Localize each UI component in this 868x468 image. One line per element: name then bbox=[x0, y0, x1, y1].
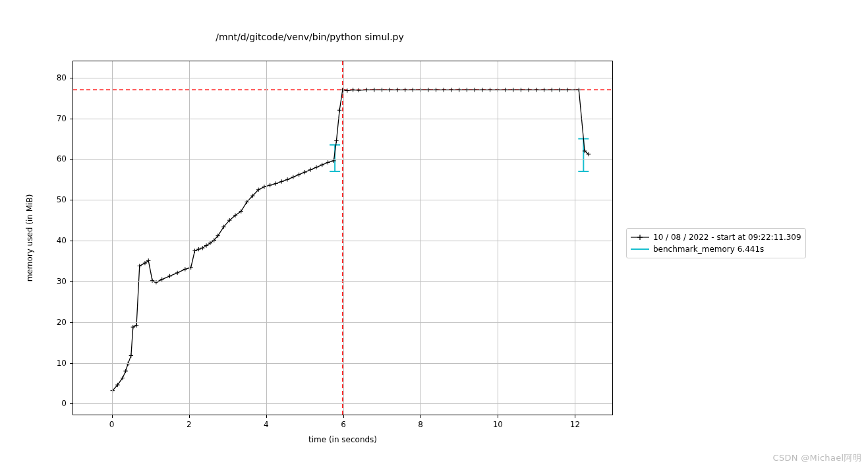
y-tick-label: 70 bbox=[57, 114, 67, 123]
grid-line-horizontal bbox=[73, 200, 612, 200]
x-tick-label: 10 bbox=[493, 420, 503, 429]
watermark: CSDN @Michael阿明 bbox=[773, 452, 862, 464]
series-marker bbox=[175, 271, 179, 275]
y-tick-label: 60 bbox=[57, 154, 67, 163]
y-tick-mark bbox=[70, 281, 73, 282]
grid-line-vertical bbox=[498, 61, 498, 415]
y-tick-label: 50 bbox=[57, 195, 67, 204]
legend-swatch-series bbox=[631, 233, 649, 242]
series-marker bbox=[196, 247, 200, 251]
series-marker bbox=[303, 170, 306, 174]
legend-label-benchmark: benchmark_memory 6.441s bbox=[653, 245, 764, 254]
x-tick-mark bbox=[498, 415, 498, 418]
series-marker bbox=[268, 183, 272, 187]
series-marker bbox=[167, 274, 171, 278]
legend-label-series: 10 / 08 / 2022 - start at 09:22:11.309 bbox=[653, 233, 801, 242]
series-marker bbox=[542, 88, 546, 92]
series-marker bbox=[345, 88, 349, 92]
series-marker bbox=[297, 173, 301, 177]
x-tick-mark bbox=[420, 415, 421, 418]
grid-line-horizontal bbox=[73, 78, 612, 78]
series-marker bbox=[411, 88, 415, 92]
series-marker bbox=[434, 88, 438, 92]
y-tick-label: 0 bbox=[61, 399, 67, 408]
series-marker bbox=[488, 88, 492, 92]
y-tick-mark bbox=[70, 159, 73, 160]
y-tick-mark bbox=[70, 322, 73, 323]
series-marker bbox=[457, 88, 461, 92]
series-marker bbox=[449, 88, 453, 92]
series-marker bbox=[465, 88, 469, 92]
grid-line-horizontal bbox=[73, 322, 612, 323]
y-tick-mark bbox=[70, 241, 73, 241]
chart-title: /mnt/d/gitcode/venv/bin/python simul.py bbox=[0, 32, 620, 42]
series-marker bbox=[511, 88, 515, 92]
x-tick-mark bbox=[575, 415, 575, 418]
series-marker bbox=[442, 88, 446, 92]
grid-line-vertical bbox=[575, 61, 575, 415]
benchmark-bracket bbox=[578, 138, 589, 171]
chart-container: /mnt/d/gitcode/venv/bin/python simul.py … bbox=[0, 0, 868, 468]
grid-line-horizontal bbox=[73, 403, 612, 404]
benchmark-bracket bbox=[330, 145, 340, 171]
series-marker bbox=[123, 369, 127, 373]
series-marker bbox=[183, 267, 187, 271]
series-marker bbox=[204, 243, 208, 247]
series-marker bbox=[565, 88, 569, 92]
grid-line-horizontal bbox=[73, 241, 612, 241]
y-tick-mark bbox=[70, 78, 73, 78]
legend-item-series: 10 / 08 / 2022 - start at 09:22:11.309 bbox=[631, 231, 801, 243]
series-marker bbox=[341, 88, 345, 92]
legend-swatch-benchmark bbox=[631, 245, 649, 254]
series-marker bbox=[192, 249, 196, 252]
grid-line-vertical bbox=[266, 61, 267, 415]
series-marker bbox=[138, 264, 142, 268]
series-marker bbox=[577, 88, 581, 92]
grid-line-horizontal bbox=[73, 281, 612, 282]
series-marker bbox=[473, 88, 477, 92]
legend: 10 / 08 / 2022 - start at 09:22:11.309 b… bbox=[626, 228, 806, 258]
y-tick-label: 80 bbox=[57, 73, 67, 82]
series-marker bbox=[550, 88, 554, 92]
x-tick-mark bbox=[266, 415, 267, 418]
series-marker bbox=[308, 167, 312, 171]
x-tick-label: 12 bbox=[570, 420, 580, 429]
x-tick-label: 4 bbox=[264, 420, 269, 429]
x-tick-mark bbox=[343, 415, 344, 418]
series-marker bbox=[154, 280, 158, 284]
y-tick-mark bbox=[70, 200, 73, 200]
series-marker bbox=[129, 353, 133, 357]
series-marker bbox=[426, 88, 430, 92]
series-marker bbox=[403, 88, 407, 92]
grid-line-horizontal bbox=[73, 119, 612, 119]
grid-line-vertical bbox=[420, 61, 421, 415]
legend-item-benchmark: benchmark_memory 6.441s bbox=[631, 243, 801, 255]
series-marker bbox=[291, 175, 295, 179]
series-marker bbox=[480, 88, 484, 92]
series-marker bbox=[388, 88, 391, 92]
series-marker bbox=[326, 160, 330, 164]
y-tick-mark bbox=[70, 363, 73, 364]
x-tick-mark bbox=[112, 415, 113, 418]
series-marker bbox=[314, 165, 318, 169]
y-tick-label: 30 bbox=[57, 277, 67, 286]
series-marker bbox=[279, 179, 283, 183]
series-marker bbox=[320, 163, 324, 167]
grid-line-horizontal bbox=[73, 159, 612, 160]
grid-line-vertical bbox=[112, 61, 113, 415]
y-tick-label: 10 bbox=[57, 359, 67, 368]
y-tick-label: 20 bbox=[57, 318, 67, 327]
y-tick-mark bbox=[70, 119, 73, 119]
series-marker bbox=[150, 278, 154, 282]
series-marker bbox=[337, 108, 341, 112]
series-marker bbox=[364, 88, 368, 92]
series-marker bbox=[558, 88, 562, 92]
series-marker bbox=[395, 88, 399, 92]
x-tick-label: 0 bbox=[109, 420, 115, 429]
series-marker bbox=[200, 246, 204, 250]
series-marker bbox=[527, 88, 531, 92]
series-marker bbox=[274, 181, 277, 185]
y-tick-mark bbox=[70, 403, 73, 404]
series-marker bbox=[285, 177, 289, 181]
plot-area: 02468101201020304050607080 bbox=[72, 61, 613, 415]
